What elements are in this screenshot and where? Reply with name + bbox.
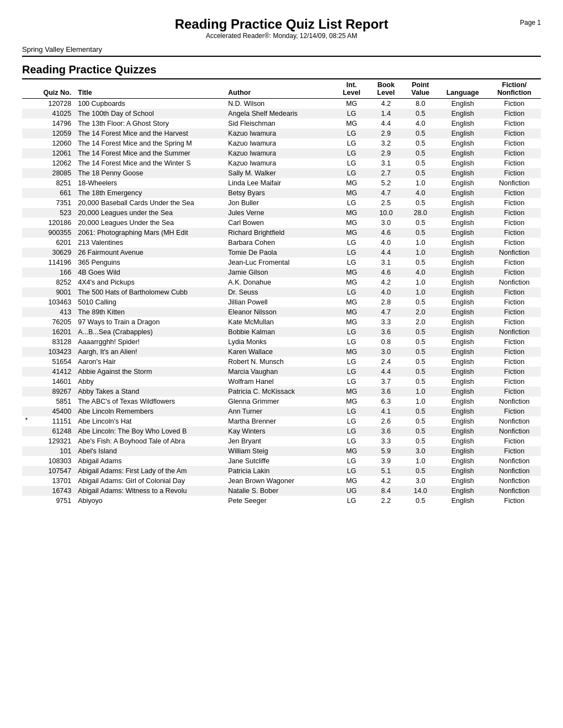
int-level: MG: [334, 99, 369, 109]
language: English: [438, 426, 488, 436]
point-value: 2.0: [403, 307, 437, 317]
int-level: MG: [334, 119, 369, 129]
language: English: [438, 367, 488, 377]
book-author: Eleanor Nilsson: [225, 307, 334, 317]
book-title: The 14 Forest Mice and the Summer: [75, 148, 225, 158]
point-value: 0.5: [403, 218, 437, 228]
book-level: 4.0: [369, 287, 403, 297]
col-int-level: Int.Level: [334, 79, 369, 99]
table-row: 101Abel's IslandWilliam SteigMG5.93.0Eng…: [22, 446, 541, 456]
language: English: [438, 168, 488, 178]
table-row: 114196365 PenguinsJean-Luc FromentalLG3.…: [22, 258, 541, 267]
fiction-nonfiction: Fiction: [488, 228, 541, 238]
star-cell: [22, 277, 31, 287]
book-level: 4.4: [369, 119, 403, 129]
point-value: 1.0: [403, 287, 437, 297]
book-level: 3.0: [369, 218, 403, 228]
quiz-number: 8251: [31, 178, 75, 188]
book-title: Abe Lincoln: The Boy Who Loved B: [75, 426, 225, 436]
header-divider: [22, 56, 541, 57]
star-cell: [22, 158, 31, 168]
int-level: LG: [334, 496, 369, 506]
point-value: 0.5: [403, 406, 437, 416]
quiz-number: 103463: [31, 297, 75, 307]
book-level: 4.0: [369, 238, 403, 248]
fiction-nonfiction: Fiction: [488, 377, 541, 387]
star-cell: [22, 218, 31, 228]
star-cell: [22, 406, 31, 416]
book-title: Abby: [75, 377, 225, 387]
quiz-number: 83128: [31, 337, 75, 347]
point-value: 0.5: [403, 129, 437, 138]
book-title: Aargh, It's an Alien!: [75, 347, 225, 357]
table-row: 103423Aargh, It's an Alien!Karen Wallace…: [22, 347, 541, 357]
fiction-nonfiction: Fiction: [488, 198, 541, 208]
table-row: 6201213 ValentinesBarbara CohenLG4.01.0E…: [22, 238, 541, 248]
quiz-number: 12062: [31, 158, 75, 168]
table-row: 12061The 14 Forest Mice and the SummerKa…: [22, 148, 541, 158]
book-title: 100 Cupboards: [75, 99, 225, 109]
table-row: 41025The 100th Day of SchoolAngela Shelf…: [22, 109, 541, 119]
point-value: 1.0: [403, 387, 437, 397]
book-title: Abiyoyo: [75, 496, 225, 506]
int-level: LG: [334, 416, 369, 426]
star-cell: [22, 248, 31, 258]
fiction-nonfiction: Nonfiction: [488, 277, 541, 287]
point-value: 28.0: [403, 208, 437, 218]
book-level: 4.7: [369, 188, 403, 198]
fiction-nonfiction: Nonfiction: [488, 466, 541, 476]
table-row: 12059The 14 Forest Mice and the HarvestK…: [22, 129, 541, 138]
quiz-number: 76205: [31, 317, 75, 327]
book-title: Abigail Adams: First Lady of the Am: [75, 466, 225, 476]
quiz-number: 41025: [31, 109, 75, 119]
point-value: 0.5: [403, 496, 437, 506]
book-author: Karen Wallace: [225, 347, 334, 357]
quiz-table: Quiz No. Title Author Int.Level BookLeve…: [22, 78, 541, 506]
book-author: Natalie S. Bober: [225, 486, 334, 496]
quiz-number: 120186: [31, 218, 75, 228]
int-level: MG: [334, 208, 369, 218]
point-value: 0.5: [403, 228, 437, 238]
int-level: LG: [334, 158, 369, 168]
point-value: 0.5: [403, 377, 437, 387]
table-row: 28085The 18 Penny GooseSally M. WalkerLG…: [22, 168, 541, 178]
point-value: 0.5: [403, 198, 437, 208]
book-level: 4.2: [369, 277, 403, 287]
fiction-nonfiction: Fiction: [488, 337, 541, 347]
star-cell: [22, 496, 31, 506]
language: English: [438, 307, 488, 317]
book-title: Aaron's Hair: [75, 357, 225, 367]
star-cell: [22, 337, 31, 347]
int-level: MG: [334, 397, 369, 406]
fiction-nonfiction: Fiction: [488, 267, 541, 277]
col-star: [22, 79, 31, 99]
book-author: Robert N. Munsch: [225, 357, 334, 367]
star-cell: [22, 357, 31, 367]
language: English: [438, 218, 488, 228]
table-row: 1664B Goes WildJamie GilsonMG4.64.0Engli…: [22, 267, 541, 277]
book-level: 5.1: [369, 466, 403, 476]
point-value: 0.5: [403, 138, 437, 148]
book-level: 2.9: [369, 129, 403, 138]
quiz-number: 7351: [31, 198, 75, 208]
table-row: 413The 89th KittenEleanor NilssonMG4.72.…: [22, 307, 541, 317]
fiction-nonfiction: Fiction: [488, 238, 541, 248]
quiz-number: 16743: [31, 486, 75, 496]
star-cell: [22, 138, 31, 148]
quiz-number: 12060: [31, 138, 75, 148]
book-title: 2061: Photographing Mars (MH Edit: [75, 228, 225, 238]
quiz-number: 11151: [31, 416, 75, 426]
book-author: Jillian Powell: [225, 297, 334, 307]
book-author: Jen Bryant: [225, 436, 334, 446]
language: English: [438, 476, 488, 486]
int-level: LG: [334, 287, 369, 297]
point-value: 1.0: [403, 397, 437, 406]
point-value: 3.0: [403, 446, 437, 456]
book-author: A.K. Donahue: [225, 277, 334, 287]
book-author: Lydia Monks: [225, 337, 334, 347]
book-level: 4.6: [369, 228, 403, 238]
star-cell: [22, 456, 31, 466]
int-level: MG: [334, 347, 369, 357]
int-level: LG: [334, 426, 369, 436]
star-cell: [22, 297, 31, 307]
